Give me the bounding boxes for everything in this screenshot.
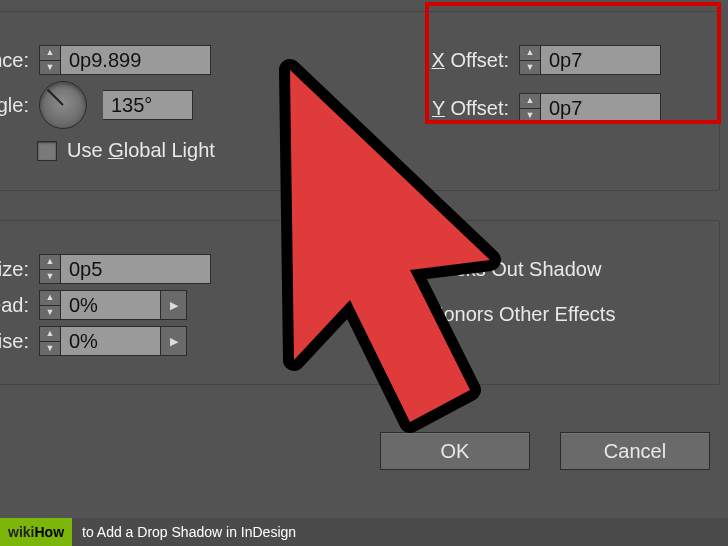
position-group: sition tance: ▲ ▼ AAngle:ngle:: [0, 0, 720, 191]
spread-spinner[interactable]: ▲ ▼: [39, 290, 161, 320]
distance-down-icon[interactable]: ▼: [40, 61, 60, 75]
global-light-label: Use Global Light: [67, 139, 215, 162]
options-group: tions Size: ▲ ▼ pread:: [0, 209, 720, 385]
global-light-checkbox[interactable]: Use Global Light: [37, 139, 215, 162]
spread-up-icon[interactable]: ▲: [40, 291, 60, 306]
noise-input[interactable]: [61, 326, 161, 356]
ok-button[interactable]: OK: [380, 432, 530, 470]
spread-label: pread:: [0, 294, 29, 317]
size-label: Size:: [0, 258, 29, 281]
size-up-icon[interactable]: ▲: [40, 255, 60, 270]
noise-slider-icon[interactable]: ▶: [161, 326, 187, 356]
x-offset-up-icon[interactable]: ▲: [520, 46, 540, 61]
noise-spinner[interactable]: ▲ ▼: [39, 326, 161, 356]
distance-spinner[interactable]: ▲ ▼: [39, 45, 211, 75]
x-offset-input[interactable]: [541, 45, 661, 75]
size-input[interactable]: [61, 254, 211, 284]
noise-down-icon[interactable]: ▼: [40, 342, 60, 356]
spread-slider-icon[interactable]: ▶: [161, 290, 187, 320]
caption-text: to Add a Drop Shadow in InDesign: [72, 518, 728, 546]
y-offset-label: Y Offset:: [409, 97, 509, 120]
angle-spinner[interactable]: [103, 90, 193, 120]
size-spinner[interactable]: ▲ ▼: [39, 254, 211, 284]
wikihow-logo: wikiHow: [0, 518, 72, 546]
angle-input[interactable]: [103, 90, 193, 120]
x-offset-down-icon[interactable]: ▼: [520, 61, 540, 75]
honors-label: w Honors Other Effects: [409, 303, 709, 326]
dialog-button-bar: OK Cancel: [380, 432, 710, 470]
noise-label: Noise:: [0, 330, 29, 353]
distance-up-icon[interactable]: ▲: [40, 46, 60, 61]
angle-label: AAngle:ngle:: [0, 94, 29, 117]
y-offset-up-icon[interactable]: ▲: [520, 94, 540, 109]
distance-label: tance:: [0, 49, 29, 72]
noise-up-icon[interactable]: ▲: [40, 327, 60, 342]
y-offset-down-icon[interactable]: ▼: [520, 109, 540, 123]
x-offset-spinner[interactable]: ▲ ▼: [519, 45, 661, 75]
y-offset-spinner[interactable]: ▲ ▼: [519, 93, 661, 123]
angle-dial[interactable]: [39, 81, 87, 129]
cancel-button[interactable]: Cancel: [560, 432, 710, 470]
checkbox-box-icon: [37, 141, 57, 161]
distance-input[interactable]: [61, 45, 211, 75]
spread-input[interactable]: [61, 290, 161, 320]
x-offset-label: X Offset:: [409, 49, 509, 72]
spread-down-icon[interactable]: ▼: [40, 306, 60, 320]
y-offset-input[interactable]: [541, 93, 661, 123]
size-down-icon[interactable]: ▼: [40, 270, 60, 284]
caption-bar: wikiHow to Add a Drop Shadow in InDesign: [0, 518, 728, 546]
knocks-out-label: : Knocks Out Shadow: [409, 258, 709, 281]
